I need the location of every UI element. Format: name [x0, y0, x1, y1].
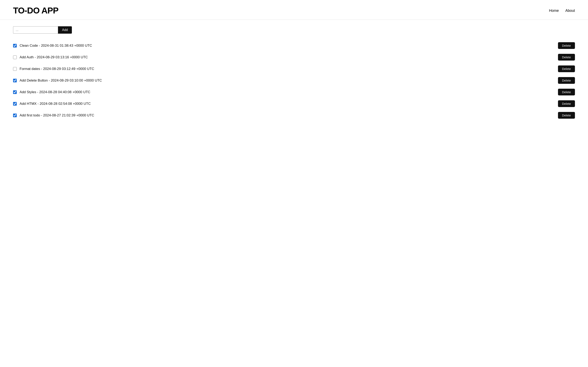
- todo-label: Format dates - 2024-08-29 03:12:49 +0000…: [20, 67, 555, 71]
- nav: Home About: [549, 8, 575, 13]
- nav-about[interactable]: About: [565, 8, 575, 13]
- app-title: TO-DO APP: [13, 6, 58, 16]
- todo-item: Add Auth - 2024-08-29 03:13:16 +0000 UTC…: [13, 52, 575, 63]
- add-form: Add: [13, 26, 575, 34]
- todo-checkbox[interactable]: [13, 79, 17, 82]
- todo-label: Add first todo - 2024-08-27 21:02:39 +00…: [20, 113, 555, 117]
- todo-item: Add first todo - 2024-08-27 21:02:39 +00…: [13, 110, 575, 121]
- todo-checkbox[interactable]: [13, 90, 17, 94]
- todo-label: Add Delete Button - 2024-08-29 03:10:00 …: [20, 78, 555, 83]
- todo-item: Add Delete Button - 2024-08-29 03:10:00 …: [13, 75, 575, 86]
- todo-item: Add HTMX - 2024-08-28 02:54:08 +0000 UTC…: [13, 98, 575, 109]
- todo-label: Clean Code - 2024-08-31 01:38:43 +0000 U…: [20, 44, 555, 48]
- todo-input[interactable]: [13, 26, 58, 34]
- todo-checkbox[interactable]: [13, 55, 17, 59]
- todo-checkbox[interactable]: [13, 67, 17, 71]
- delete-button[interactable]: Delete: [558, 77, 575, 84]
- delete-button[interactable]: Delete: [558, 54, 575, 60]
- todo-item: Add Styles - 2024-08-28 04:40:08 +0000 U…: [13, 87, 575, 98]
- delete-button[interactable]: Delete: [558, 100, 575, 107]
- app-header: TO-DO APP Home About: [0, 0, 588, 20]
- todo-label: Add Styles - 2024-08-28 04:40:08 +0000 U…: [20, 90, 555, 94]
- todo-checkbox[interactable]: [13, 44, 17, 48]
- add-button[interactable]: Add: [58, 26, 72, 34]
- todo-checkbox[interactable]: [13, 102, 17, 106]
- todo-label: Add HTMX - 2024-08-28 02:54:08 +0000 UTC: [20, 102, 555, 106]
- delete-button[interactable]: Delete: [558, 89, 575, 95]
- todo-item: Clean Code - 2024-08-31 01:38:43 +0000 U…: [13, 40, 575, 51]
- todo-item: Format dates - 2024-08-29 03:12:49 +0000…: [13, 63, 575, 74]
- nav-home[interactable]: Home: [549, 8, 559, 13]
- todo-label: Add Auth - 2024-08-29 03:13:16 +0000 UTC: [20, 55, 555, 59]
- todo-checkbox[interactable]: [13, 114, 17, 117]
- delete-button[interactable]: Delete: [558, 112, 575, 119]
- delete-button[interactable]: Delete: [558, 66, 575, 72]
- main-content: Add Clean Code - 2024-08-31 01:38:43 +00…: [0, 20, 588, 127]
- delete-button[interactable]: Delete: [558, 42, 575, 49]
- todo-list: Clean Code - 2024-08-31 01:38:43 +0000 U…: [13, 40, 575, 121]
